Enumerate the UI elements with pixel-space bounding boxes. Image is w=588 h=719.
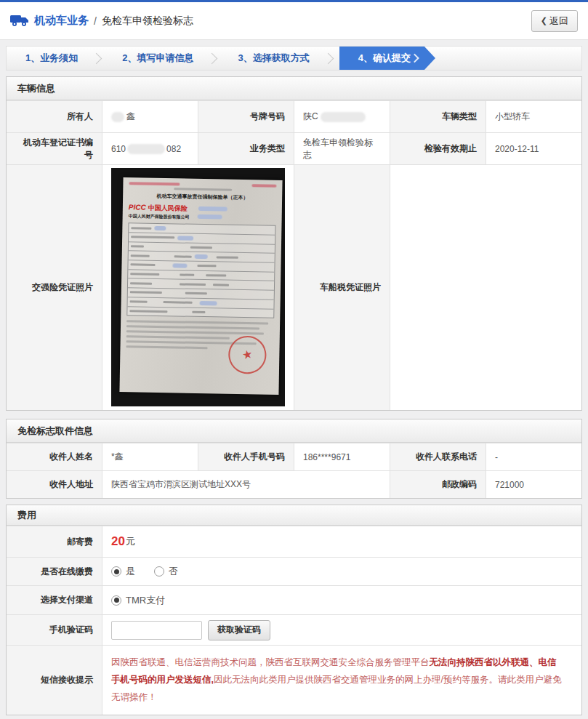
valid-until-value: 2020-12-11 bbox=[486, 133, 581, 164]
breadcrumb-divider: / bbox=[94, 15, 97, 27]
step-tab-3[interactable]: 3、选择获取方式 bbox=[219, 47, 316, 70]
masked-text bbox=[321, 112, 366, 122]
plate-value: 陕C bbox=[294, 101, 390, 132]
owner-name-text: 鑫 bbox=[126, 111, 135, 123]
doc-title: 机动车交通事故责任强制保险单（正本） bbox=[129, 192, 276, 201]
step-tab-4-label: 4、确认提交 bbox=[358, 52, 411, 65]
page-title: 机动车业务 bbox=[34, 14, 89, 28]
table-row: 收件人地址 陕西省宝鸡市渭滨区测试地址XXX号 邮政编码 721000 bbox=[7, 470, 581, 498]
doc-decor-line bbox=[174, 188, 232, 190]
postage-label: 邮寄费 bbox=[7, 526, 102, 557]
vehicle-type-value: 小型轿车 bbox=[486, 101, 581, 132]
valid-until-label: 检验有效期止 bbox=[390, 133, 486, 164]
table-row: 邮寄费 20 元 bbox=[7, 526, 581, 557]
pay-channel-label: 选择支付渠道 bbox=[7, 586, 102, 614]
back-button[interactable]: ❮ 返回 bbox=[531, 10, 578, 32]
step-tab-2-label: 2、填写申请信息 bbox=[122, 52, 193, 65]
wizard-steps: 1、业务须知 2、填写申请信息 3、选择获取方式 4、确认提交 bbox=[6, 46, 582, 71]
reg-cert-label: 机动车登记证书编号 bbox=[7, 133, 102, 164]
recipient-mobile-value: 186****9671 bbox=[294, 443, 390, 470]
sms-tip-label: 短信接收提示 bbox=[7, 646, 102, 715]
tmr-pay-radio[interactable] bbox=[111, 595, 121, 606]
doc-red-text-line bbox=[251, 184, 276, 188]
online-pay-options: 是 否 bbox=[102, 558, 581, 585]
back-chevron-icon: ❮ bbox=[541, 16, 547, 25]
step-tab-3-label: 3、选择获取方式 bbox=[238, 52, 309, 65]
insurance-photo: 机动车交通事故责任强制保险单（正本） PICC 中国人民保险 中国人民财产保险股… bbox=[111, 168, 285, 406]
table-row: 机动车登记证书编号 610 082 业务类型 免检车申领检验标志 检验有效期止 … bbox=[7, 132, 581, 164]
owner-value: 鑫 bbox=[102, 101, 198, 132]
step-separator-icon bbox=[91, 52, 102, 64]
sms-tip-text: 因陕西省联通、电信运营商技术问题，陕西省互联网交通安全综合服务管理平台无法向持陕… bbox=[111, 648, 573, 712]
recipient-address-value: 陕西省宝鸡市渭滨区测试地址XXX号 bbox=[102, 471, 390, 498]
step-tab-4-active[interactable]: 4、确认提交 bbox=[339, 47, 435, 70]
step-tab-1[interactable]: 1、业务须知 bbox=[7, 47, 85, 70]
picc-logo-cn: 中国人民保险 bbox=[148, 204, 188, 214]
table-row: 是否在线缴费 是 否 bbox=[7, 557, 581, 585]
insurance-document: 机动车交通事故责任强制保险单（正本） PICC 中国人民保险 中国人民财产保险股… bbox=[119, 177, 282, 395]
pickup-section-title: 免检标志取件信息 bbox=[7, 419, 581, 443]
table-row: 所有人 鑫 号牌号码 陕C 车辆类型 小型轿车 bbox=[7, 100, 581, 132]
masked-text bbox=[127, 144, 165, 154]
doc-company: 中国人民财产保险股份有限公司 bbox=[129, 213, 190, 220]
recipient-mobile-label: 收件人手机号码 bbox=[198, 443, 294, 470]
insurance-photo-cell: 机动车交通事故责任强制保险单（正本） PICC 中国人民保险 中国人民财产保险股… bbox=[102, 165, 294, 410]
table-row: 手机验证码 获取验证码 bbox=[7, 614, 581, 645]
sms-tip-cell: 因陕西省联通、电信运营商技术问题，陕西省互联网交通安全综合服务管理平台无法向持陕… bbox=[102, 646, 581, 715]
zip-code-label: 邮政编码 bbox=[390, 471, 486, 498]
step-separator-icon bbox=[206, 52, 218, 64]
vehicle-section-title: 车辆信息 bbox=[7, 77, 581, 100]
masked-text bbox=[198, 206, 227, 212]
online-pay-yes-label: 是 bbox=[126, 565, 135, 578]
sms-code-input[interactable] bbox=[111, 621, 202, 640]
picc-logo: PICC bbox=[129, 202, 146, 212]
tax-photo-cell-empty bbox=[390, 165, 581, 410]
recipient-address-label: 收件人地址 bbox=[7, 471, 102, 498]
online-pay-no-radio[interactable] bbox=[154, 566, 164, 577]
reg-cert-value: 610 082 bbox=[102, 133, 198, 164]
table-row: 交强险凭证照片 机动车交通事故责任强制保险单（正本） PICC 中国人民保险 bbox=[7, 164, 581, 410]
zip-code-value: 721000 bbox=[486, 471, 581, 498]
pay-channel-options: TMR支付 bbox=[102, 586, 581, 614]
step-tab-1-label: 1、业务须知 bbox=[25, 52, 78, 65]
doc-decor bbox=[129, 182, 276, 188]
tax-photo-label: 车船税凭证照片 bbox=[294, 165, 390, 410]
recipient-phone-label: 收件人联系电话 bbox=[390, 443, 486, 470]
vehicle-type-label: 车辆类型 bbox=[390, 101, 486, 132]
pickup-info-section: 免检标志取件信息 收件人姓名 *鑫 收件人手机号码 186****9671 收件… bbox=[6, 419, 582, 499]
get-sms-code-button[interactable]: 获取验证码 bbox=[208, 620, 270, 640]
plate-label: 号牌号码 bbox=[198, 101, 294, 132]
biz-type-label: 业务类型 bbox=[198, 133, 294, 164]
postage-amount: 20 bbox=[111, 534, 125, 549]
doc-red-text-line bbox=[129, 182, 180, 185]
fee-section-title: 费用 bbox=[7, 505, 581, 526]
sms-code-label: 手机验证码 bbox=[7, 615, 102, 645]
recipient-phone-value: - bbox=[486, 443, 581, 470]
recipient-name-label: 收件人姓名 bbox=[7, 443, 102, 470]
online-pay-label: 是否在线缴费 bbox=[7, 558, 102, 585]
tmr-pay-label: TMR支付 bbox=[126, 594, 165, 607]
truck-icon bbox=[10, 14, 29, 28]
masked-text bbox=[111, 112, 124, 122]
breadcrumb: 机动车业务 / 免检车申领检验标志 bbox=[10, 14, 531, 28]
page-header: 机动车业务 / 免检车申领检验标志 ❮ 返回 bbox=[0, 2, 588, 40]
table-row: 短信接收提示 因陕西省联通、电信运营商技术问题，陕西省互联网交通安全综合服务管理… bbox=[7, 645, 581, 715]
recipient-name-value: *鑫 bbox=[102, 443, 198, 470]
reg-cert-suffix-text: 082 bbox=[166, 144, 181, 154]
vehicle-info-section: 车辆信息 所有人 鑫 号牌号码 陕C 车辆类型 小型轿车 机动车登记证书编号 6… bbox=[6, 76, 582, 411]
sms-code-row: 获取验证码 bbox=[102, 615, 581, 645]
step-arrow-chevron-icon bbox=[410, 54, 419, 63]
biz-type-value: 免检车申领检验标志 bbox=[294, 133, 390, 164]
table-row: 收件人姓名 *鑫 收件人手机号码 186****9671 收件人联系电话 - bbox=[7, 443, 581, 470]
owner-label: 所有人 bbox=[7, 101, 102, 132]
table-row: 选择支付渠道 TMR支付 bbox=[7, 585, 581, 614]
plate-text: 陕C bbox=[303, 111, 318, 123]
online-pay-yes-radio[interactable] bbox=[111, 566, 121, 577]
stamp-star: ★ bbox=[241, 346, 254, 364]
step-tab-2[interactable]: 2、填写申请信息 bbox=[103, 47, 201, 70]
page-subtitle: 免检车申领检验标志 bbox=[102, 15, 193, 28]
insurance-photo-label: 交强险凭证照片 bbox=[7, 165, 102, 410]
doc-table bbox=[126, 222, 275, 318]
back-button-label: 返回 bbox=[549, 15, 568, 28]
online-pay-no-label: 否 bbox=[169, 565, 178, 578]
